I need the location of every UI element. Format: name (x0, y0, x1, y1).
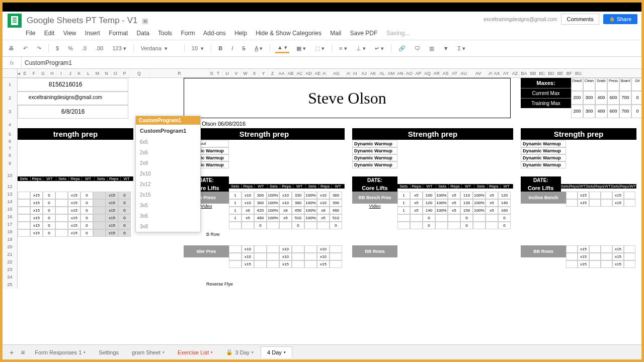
tab-3day[interactable]: 🔒3 Day▾ (220, 346, 260, 358)
menu-edit[interactable]: Edit (44, 30, 55, 37)
col-AG[interactable]: AG (327, 69, 347, 77)
col-W[interactable]: W (241, 69, 250, 77)
row-3[interactable]: 3 (3, 105, 18, 119)
col-L[interactable]: L (84, 69, 93, 77)
comment-btn[interactable]: 🗨 (413, 44, 422, 52)
ac-selected[interactable]: CustomProgram1 (136, 116, 200, 125)
ac-match[interactable]: CustomProgram1 (136, 125, 200, 137)
borders-btn[interactable]: ▦ ▾ (294, 44, 308, 53)
ac-option[interactable]: 2x15 (136, 190, 200, 200)
ac-option[interactable]: 2x12 (136, 179, 200, 190)
row-8[interactable]: 8 (3, 152, 18, 159)
col-AQ[interactable]: AQ (423, 69, 432, 77)
tab-exercise-list[interactable]: Exercise List▾ (172, 347, 219, 358)
undo-icon[interactable]: ↶ (21, 44, 30, 53)
row-17[interactable]: 17 (3, 221, 18, 228)
row-19[interactable]: 19 (3, 236, 18, 243)
row-5[interactable]: 5 (3, 131, 18, 138)
bb-bench[interactable]: BB Bench Pres (352, 192, 397, 204)
col-AC[interactable]: AC (295, 69, 304, 77)
ac-option[interactable]: 2x10 (136, 168, 200, 179)
row-7[interactable]: 7 (3, 145, 18, 152)
col-AP[interactable]: AP (414, 69, 423, 77)
col-X[interactable]: X (250, 69, 259, 77)
merge-btn[interactable]: ⬚ ▾ (313, 44, 327, 53)
tab-program[interactable]: gram Sheet▾ (126, 347, 171, 358)
menu-format[interactable]: Format (109, 30, 128, 37)
col-G[interactable]: G (39, 69, 48, 77)
col-AH[interactable]: AH (347, 69, 351, 77)
add-sheet-btn[interactable]: + (7, 348, 17, 356)
ac-option[interactable]: 2x8 (136, 158, 200, 168)
valign-btn[interactable]: ⊥ ▾ (354, 44, 368, 53)
bb-rows[interactable]: BB Rows (521, 245, 566, 257)
menu-help[interactable]: Help (234, 30, 247, 37)
menu-form[interactable]: Form (181, 30, 195, 37)
reverse-flye[interactable]: Reverse Flye (206, 282, 233, 287)
col-O[interactable]: O (111, 69, 120, 77)
menu-data[interactable]: Data (137, 30, 149, 37)
col-AB[interactable]: AB (286, 69, 295, 77)
col-AN[interactable]: AN (396, 69, 405, 77)
dec0-btn[interactable]: .0 (80, 44, 89, 52)
col-BC[interactable]: BC (538, 69, 547, 77)
menu-view[interactable]: View (63, 30, 76, 37)
fx-input[interactable]: CustomProgram1 (22, 59, 72, 66)
ac-option[interactable]: 3x8 (136, 221, 200, 232)
folder-icon[interactable]: ▣ (142, 17, 148, 25)
col-BE[interactable]: BE (556, 69, 565, 77)
dw[interactable]: Dynamic Warmup (352, 161, 397, 168)
font-size[interactable]: 10 ▾ (190, 44, 206, 53)
menu-mail[interactable]: Mail (330, 30, 341, 37)
col-AF[interactable]: AF (323, 69, 327, 77)
halign-btn[interactable]: ≡ ▾ (337, 44, 349, 53)
fill-color-btn[interactable]: ▲ ▾ (275, 43, 289, 53)
percent-btn[interactable]: % (66, 44, 75, 52)
incline[interactable]: Incline Bench (521, 192, 566, 204)
row-15[interactable]: 15 (3, 206, 18, 213)
date-cell[interactable]: 6/8/2016 (18, 105, 128, 119)
col-BG[interactable]: BG (574, 69, 583, 77)
col-H[interactable]: H (48, 69, 57, 77)
col-AJ[interactable]: AJ (360, 69, 369, 77)
italic-btn[interactable]: I (229, 44, 235, 52)
col-AT[interactable]: AT (450, 69, 459, 77)
col-AZ[interactable]: AZ (511, 69, 520, 77)
row-2[interactable]: 2 (3, 92, 18, 105)
strike-btn[interactable]: S̶ (240, 44, 248, 53)
row-9[interactable]: 9 (3, 159, 18, 168)
row-10[interactable]: 10 (3, 168, 18, 183)
dec00-btn[interactable]: .00 (94, 44, 105, 52)
row-21[interactable]: 21 (3, 251, 18, 258)
col-BD[interactable]: BD (547, 69, 556, 77)
dw[interactable]: Dynamic Warmup (521, 140, 566, 147)
doc-title[interactable]: Google Sheets PT Temp - V1 (27, 16, 138, 26)
row-18[interactable]: 18 (3, 228, 18, 236)
col-AI[interactable]: AI (351, 69, 360, 77)
row-1[interactable]: 1 (3, 78, 18, 92)
col-E[interactable]: E (21, 69, 30, 77)
row-4[interactable]: 4 (3, 119, 18, 131)
col-AD[interactable]: AD (304, 69, 313, 77)
col-AY[interactable]: AY (502, 69, 511, 77)
col-AW[interactable]: AW (489, 69, 493, 77)
col-AU[interactable]: AU (459, 69, 468, 77)
video-link[interactable]: Video (352, 204, 397, 209)
menu-custom1[interactable]: Hide & Show Categories (256, 30, 321, 37)
row-23[interactable]: 23 (3, 266, 18, 274)
row-6[interactable]: 6 (3, 138, 18, 145)
col-AA[interactable]: AA (277, 69, 286, 77)
col-AL[interactable]: AL (378, 69, 387, 77)
menu-addons[interactable]: Add-ons (203, 30, 226, 37)
col-AE[interactable]: AE (313, 69, 323, 77)
menu-insert[interactable]: Insert (85, 30, 100, 37)
col-BF[interactable]: BF (565, 69, 574, 77)
col-V[interactable]: V (232, 69, 241, 77)
client-name[interactable]: Steve Olson (184, 78, 511, 118)
col-AX[interactable]: AX (493, 69, 502, 77)
ac-option[interactable]: 2x6 (136, 147, 200, 158)
print-icon[interactable]: 🖶 (7, 44, 16, 52)
col-BB[interactable]: BB (529, 69, 538, 77)
num-format-btn[interactable]: 123 ▾ (110, 44, 128, 53)
dw[interactable]: Dynamic Warmup (521, 154, 566, 161)
